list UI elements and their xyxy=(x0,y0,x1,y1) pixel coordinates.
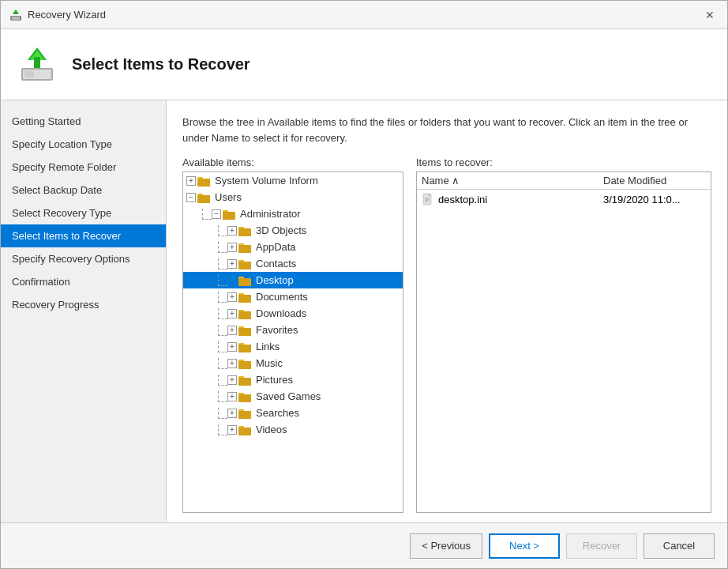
tree-label-appdata: AppData xyxy=(253,240,298,254)
sidebar-item-specify-recovery-options[interactable]: Specify Recovery Options xyxy=(1,247,166,270)
expand-btn-pictures[interactable]: + xyxy=(227,375,237,385)
tree-connector xyxy=(218,341,227,352)
tree-item-downloads[interactable]: + Downloads xyxy=(183,305,403,322)
recover-container[interactable]: Name ∧ Date Modified desktop.ini 3/19/20… xyxy=(416,171,711,513)
tree-connector xyxy=(218,424,227,435)
expand-btn-contacts[interactable]: + xyxy=(227,259,237,269)
tree-item-favorites[interactable]: + Favorites xyxy=(183,322,403,338)
tree-container[interactable]: + System Volume Inform− Users− Administr… xyxy=(182,171,403,513)
svg-rect-38 xyxy=(238,328,251,336)
folder-icon-documents xyxy=(238,291,251,303)
tree-item-users[interactable]: − Users xyxy=(183,189,403,205)
svg-rect-44 xyxy=(238,361,251,369)
tree-item-contacts[interactable]: + Contacts xyxy=(183,255,403,272)
tree-connector xyxy=(218,375,227,386)
items-to-recover-label: Items to recover: xyxy=(416,156,711,168)
bottom-bar: < Previous Next > Recover Cancel xyxy=(1,522,727,568)
tree-connector xyxy=(218,258,227,269)
tree-item-administrator[interactable]: − Administrator xyxy=(183,205,403,222)
sidebar-item-select-items-to-recover[interactable]: Select Items to Recover xyxy=(1,224,166,247)
tree-label-desktop: Desktop xyxy=(253,273,296,287)
tree-label-administrator: Administrator xyxy=(238,207,303,220)
expand-btn-appdata[interactable]: + xyxy=(227,243,237,252)
tree-item-pictures[interactable]: + Pictures xyxy=(183,371,403,388)
tree-label-users: Users xyxy=(212,190,244,204)
tree-item-videos[interactable]: + Videos xyxy=(183,421,403,438)
folder-icon-appdata xyxy=(238,241,251,254)
sidebar-item-getting-started[interactable]: Getting Started xyxy=(1,110,166,133)
title-bar-title: Recovery Wizard xyxy=(28,9,106,21)
tree-item-3d-objects[interactable]: + 3D Objects xyxy=(183,222,403,239)
expand-btn-administrator[interactable]: − xyxy=(212,209,221,219)
sidebar-item-specify-remote-folder[interactable]: Specify Remote Folder xyxy=(1,156,166,179)
svg-rect-20 xyxy=(238,228,251,236)
svg-rect-14 xyxy=(197,195,210,203)
items-to-recover-section: Items to recover: Name ∧ Date Modified d… xyxy=(416,156,711,513)
tree-item-desktop[interactable]: Desktop xyxy=(183,272,403,288)
wizard-title-icon xyxy=(9,8,23,22)
tree-connector xyxy=(218,325,227,336)
expand-btn-users[interactable]: − xyxy=(186,193,196,202)
svg-rect-35 xyxy=(238,311,251,319)
sidebar-item-specify-location-type[interactable]: Specify Location Type xyxy=(1,133,166,156)
col-name[interactable]: Name ∧ xyxy=(422,175,603,187)
tree-connector xyxy=(218,225,227,236)
folder-icon-favorites xyxy=(238,324,251,337)
svg-rect-47 xyxy=(238,378,251,386)
next-button[interactable]: Next > xyxy=(489,533,560,559)
main-panel: Browse the tree in Available items to fi… xyxy=(167,100,727,522)
svg-rect-56 xyxy=(238,428,251,435)
expand-btn-videos[interactable]: + xyxy=(227,425,237,435)
tree-item-searches[interactable]: + Searches xyxy=(183,405,403,421)
cancel-button[interactable]: Cancel xyxy=(644,533,715,559)
tree-item-music[interactable]: + Music xyxy=(183,355,403,371)
content-area: Getting StartedSpecify Location TypeSpec… xyxy=(1,100,727,522)
table-row-desktop-ini[interactable]: desktop.ini 3/19/2020 11:0... xyxy=(417,190,711,209)
folder-icon-downloads xyxy=(238,307,251,320)
available-items-label: Available items: xyxy=(182,156,403,168)
file-icon-desktop-ini xyxy=(422,193,434,205)
svg-marker-2 xyxy=(13,9,19,14)
tree-label-favorites: Favorites xyxy=(253,323,300,337)
table-header: Name ∧ Date Modified xyxy=(417,172,711,190)
tree-item-appdata[interactable]: + AppData xyxy=(183,239,403,255)
expand-btn-3d-objects[interactable]: + xyxy=(227,226,237,236)
svg-rect-1 xyxy=(12,17,20,20)
previous-button[interactable]: < Previous xyxy=(410,533,482,559)
sidebar-item-select-backup-date[interactable]: Select Backup Date xyxy=(1,179,166,202)
tree-label-pictures: Pictures xyxy=(253,373,295,386)
folder-icon-users xyxy=(197,191,210,204)
expand-btn-searches[interactable]: + xyxy=(227,409,237,418)
title-bar-left: Recovery Wizard xyxy=(9,8,106,22)
expand-btn-system-volume[interactable]: + xyxy=(186,176,196,186)
sidebar-item-select-recovery-type[interactable]: Select Recovery Type xyxy=(1,202,166,224)
folder-icon-administrator xyxy=(223,208,235,220)
expand-btn-documents[interactable]: + xyxy=(227,292,237,302)
svg-rect-26 xyxy=(238,262,251,269)
svg-rect-8 xyxy=(34,57,40,68)
tree-label-downloads: Downloads xyxy=(253,307,309,320)
col-date-modified[interactable]: Date Modified xyxy=(603,175,706,187)
tree-item-saved-games[interactable]: + Saved Games xyxy=(183,388,403,405)
title-bar: Recovery Wizard ✕ xyxy=(1,1,727,29)
tree-connector xyxy=(218,358,227,369)
tree-item-documents[interactable]: + Documents xyxy=(183,288,403,305)
expand-btn-music[interactable]: + xyxy=(227,359,237,368)
panels-row: Available items: + System Volume Inform−… xyxy=(182,156,711,513)
tree-label-system-volume: System Volume Inform xyxy=(212,174,321,187)
expand-btn-links[interactable]: + xyxy=(227,342,237,352)
tree-item-links[interactable]: + Links xyxy=(183,338,403,355)
tree-label-saved-games: Saved Games xyxy=(253,390,323,403)
tree-label-music: Music xyxy=(253,356,285,370)
svg-rect-5 xyxy=(24,71,34,77)
svg-rect-32 xyxy=(238,295,251,303)
expand-btn-favorites[interactable]: + xyxy=(227,326,237,335)
close-button[interactable]: ✕ xyxy=(700,8,719,22)
tree-item-system-volume[interactable]: + System Volume Inform xyxy=(183,172,403,189)
sidebar-item-confirmation[interactable]: Confirmation xyxy=(1,270,166,293)
recover-button[interactable]: Recover xyxy=(566,533,637,559)
expand-btn-downloads[interactable]: + xyxy=(227,309,237,318)
expand-btn-saved-games[interactable]: + xyxy=(227,392,237,401)
tree-label-searches: Searches xyxy=(253,406,302,420)
sidebar-item-recovery-progress[interactable]: Recovery Progress xyxy=(1,293,166,316)
